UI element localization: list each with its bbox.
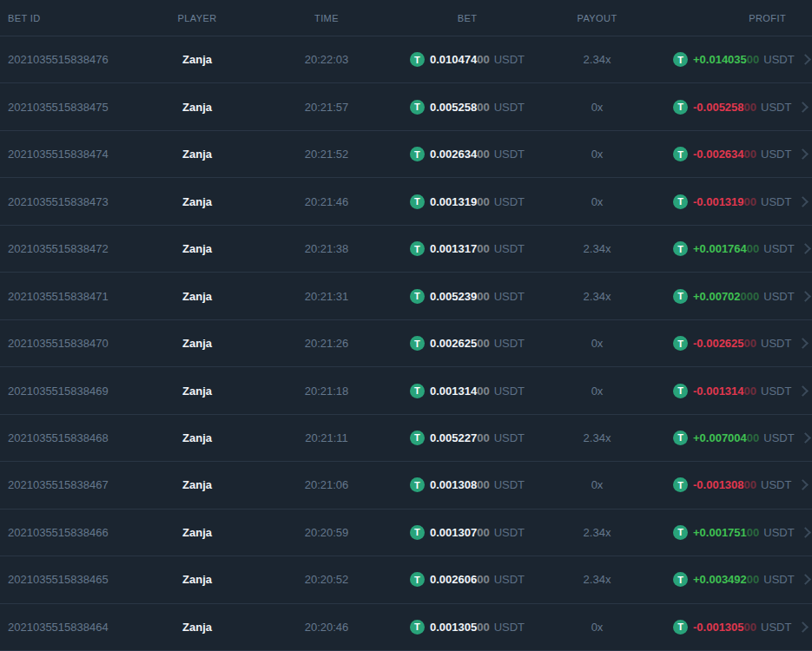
- bet-amount-trailing-zeros: 00: [477, 431, 489, 444]
- bet-amount-cell: T 0.00130700 USDT: [413, 525, 521, 540]
- payout-cell: 0x: [521, 148, 673, 161]
- tether-coin-icon: T: [410, 431, 425, 445]
- bet-amount-trailing-zeros: 00: [477, 621, 489, 634]
- profit-amount-trailing-zeros: 00: [747, 53, 759, 66]
- row-detail-chevron[interactable]: [791, 150, 812, 158]
- bet-row[interactable]: 2021035515838474 Zanja 20:21:52 T 0.0026…: [0, 130, 812, 177]
- bet-id-cell: 2021035515838471: [0, 290, 155, 303]
- row-detail-chevron[interactable]: [791, 623, 812, 631]
- row-detail-chevron[interactable]: [795, 529, 812, 536]
- player-cell: Zanja: [155, 53, 240, 66]
- bet-row[interactable]: 2021035515838472 Zanja 20:21:38 T 0.0013…: [0, 225, 812, 272]
- table-header: BET ID PLAYER TIME BET PAYOUT PROFIT: [0, 0, 812, 36]
- bet-currency-label: USDT: [494, 478, 525, 491]
- bet-id-cell: 2021035515838475: [0, 101, 155, 114]
- row-detail-chevron[interactable]: [791, 387, 812, 395]
- bet-id-cell: 2021035515838476: [0, 53, 155, 66]
- profit-currency-label: USDT: [761, 337, 791, 350]
- bet-row[interactable]: 2021035515838470 Zanja 20:21:26 T 0.0026…: [0, 319, 812, 366]
- bet-row[interactable]: 2021035515838471 Zanja 20:21:31 T 0.0052…: [0, 272, 812, 319]
- tether-coin-icon: T: [673, 289, 688, 304]
- column-header-payout: PAYOUT: [521, 13, 673, 23]
- bet-row[interactable]: 2021035515838473 Zanja 20:21:46 T 0.0013…: [0, 177, 812, 224]
- profit-currency-label: USDT: [763, 431, 794, 444]
- profit-cell: T +0.00349200 USDT: [673, 572, 795, 587]
- bet-amount-trailing-zeros: 00: [477, 148, 489, 161]
- time-cell: 20:21:11: [240, 431, 413, 444]
- tether-coin-icon: T: [410, 289, 425, 304]
- row-detail-chevron[interactable]: [791, 339, 812, 347]
- tether-coin-icon: T: [673, 431, 688, 445]
- player-cell: Zanja: [155, 337, 240, 350]
- bet-amount-trailing-zeros: 00: [477, 195, 489, 208]
- row-detail-chevron[interactable]: [791, 198, 812, 206]
- bet-row[interactable]: 2021035515838469 Zanja 20:21:18 T 0.0013…: [0, 366, 812, 413]
- bet-id-cell: 2021035515838465: [0, 573, 155, 586]
- payout-cell: 2.34x: [521, 53, 673, 66]
- row-detail-chevron[interactable]: [795, 434, 812, 442]
- bet-id-cell: 2021035515838464: [0, 621, 155, 634]
- bet-row[interactable]: 2021035515838465 Zanja 20:20:52 T 0.0026…: [0, 556, 812, 602]
- profit-cell: T +0.00175100 USDT: [673, 525, 795, 540]
- player-cell: Zanja: [155, 195, 240, 208]
- bet-row[interactable]: 2021035515838466 Zanja 20:20:59 T 0.0013…: [0, 509, 812, 556]
- row-detail-chevron[interactable]: [795, 245, 812, 253]
- profit-amount-trailing-zeros: 000: [741, 290, 760, 303]
- row-detail-chevron[interactable]: [795, 56, 812, 63]
- bet-id-cell: 2021035515838474: [0, 148, 155, 161]
- bet-amount: 0.002606: [430, 573, 477, 586]
- profit-currency-label: USDT: [761, 195, 791, 208]
- tether-coin-icon: T: [410, 241, 425, 256]
- profit-currency-label: USDT: [761, 101, 791, 114]
- bet-row[interactable]: 2021035515838476 Zanja 20:22:03 T 0.0104…: [0, 36, 812, 82]
- profit-amount: -0.001314: [693, 385, 744, 398]
- chevron-right-icon: [797, 148, 809, 160]
- tether-coin-icon: T: [410, 147, 425, 161]
- tether-coin-icon: T: [673, 241, 688, 256]
- profit-amount: +0.001751: [693, 526, 747, 539]
- tether-coin-icon: T: [410, 52, 425, 67]
- chevron-right-icon: [797, 480, 809, 491]
- profit-amount-trailing-zeros: 00: [744, 148, 756, 161]
- bet-amount-trailing-zeros: 00: [477, 573, 489, 586]
- row-detail-chevron[interactable]: [791, 481, 812, 489]
- bet-row[interactable]: 2021035515838464 Zanja 20:20:46 T 0.0013…: [0, 603, 812, 651]
- bet-row[interactable]: 2021035515838475 Zanja 20:21:57 T 0.0052…: [0, 82, 812, 129]
- payout-cell: 0x: [521, 101, 673, 114]
- time-cell: 20:22:03: [240, 53, 413, 66]
- time-cell: 20:21:26: [240, 337, 413, 350]
- bet-currency-label: USDT: [494, 526, 525, 539]
- row-detail-chevron[interactable]: [795, 575, 812, 583]
- tether-coin-icon: T: [410, 620, 425, 635]
- row-detail-chevron[interactable]: [791, 103, 812, 111]
- bet-amount-cell: T 0.00131900 USDT: [413, 194, 521, 209]
- payout-cell: 0x: [521, 621, 673, 634]
- bet-amount-trailing-zeros: 00: [477, 526, 489, 539]
- profit-amount-trailing-zeros: 00: [744, 385, 756, 398]
- bet-history-table: BET ID PLAYER TIME BET PAYOUT PROFIT 202…: [0, 0, 812, 651]
- bet-amount-cell: T 0.00130800 USDT: [413, 477, 521, 492]
- tether-coin-icon: T: [410, 336, 425, 351]
- payout-cell: 0x: [521, 195, 673, 208]
- bet-amount-cell: T 0.01047400 USDT: [413, 52, 521, 67]
- bet-row[interactable]: 2021035515838468 Zanja 20:21:11 T 0.0052…: [0, 414, 812, 461]
- row-detail-chevron[interactable]: [795, 293, 812, 300]
- bet-currency-label: USDT: [494, 290, 525, 303]
- time-cell: 20:20:46: [240, 621, 413, 634]
- chevron-right-icon: [797, 385, 809, 397]
- tether-coin-icon: T: [410, 525, 425, 540]
- bet-id-cell: 2021035515838468: [0, 431, 155, 444]
- payout-cell: 0x: [521, 478, 673, 491]
- profit-currency-label: USDT: [761, 621, 791, 634]
- bet-currency-label: USDT: [494, 621, 525, 634]
- profit-currency-label: USDT: [763, 526, 794, 539]
- bet-amount: 0.001314: [430, 385, 477, 398]
- bet-currency-label: USDT: [494, 148, 525, 161]
- profit-amount-trailing-zeros: 00: [747, 431, 759, 444]
- chevron-right-icon: [797, 621, 809, 633]
- profit-cell: T -0.00262500 USDT: [673, 336, 791, 351]
- bet-row[interactable]: 2021035515838467 Zanja 20:21:06 T 0.0013…: [0, 461, 812, 508]
- time-cell: 20:21:38: [240, 242, 413, 255]
- chevron-right-icon: [797, 338, 809, 349]
- bet-amount-trailing-zeros: 00: [477, 242, 489, 255]
